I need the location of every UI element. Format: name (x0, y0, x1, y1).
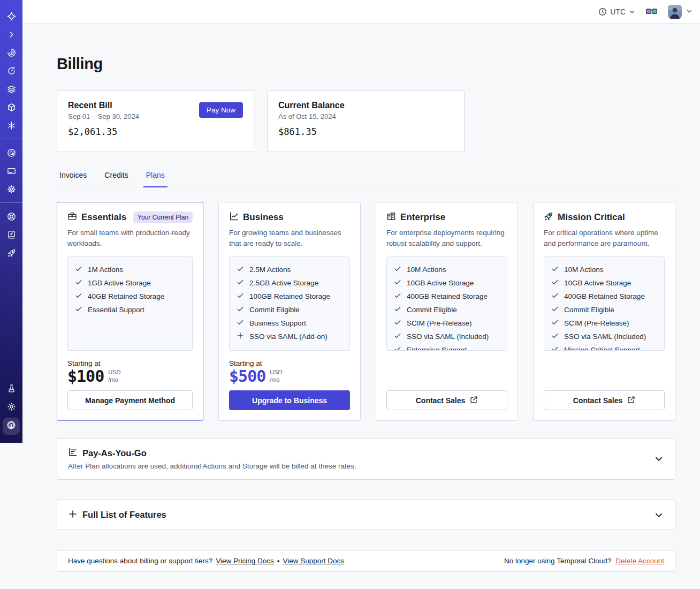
timezone-selector[interactable]: UTC (598, 7, 635, 16)
plan-feature: 40GB Retained Storage (75, 292, 185, 301)
check-icon (551, 265, 559, 274)
view-support-docs-link[interactable]: View Support Docs (283, 557, 344, 565)
price-label: Starting at (67, 359, 193, 367)
plan-card-mission-critical: Mission CriticalFor critical operations … (533, 202, 675, 421)
plan-feature: Commit Eligible (394, 305, 500, 314)
billing-page: Billing Recent BillSep 01 – Sep 30, 2024… (22, 24, 700, 572)
plan-feature: 10GB Active Storage (394, 278, 500, 288)
plan-feature-text: Essential Support (88, 306, 144, 314)
plan-price: Starting at$100USD/mo (67, 359, 193, 385)
dot-separator: • (277, 557, 280, 565)
plus-icon (68, 509, 78, 521)
sidebar-item-flask[interactable] (0, 379, 22, 397)
plan-feature-text: SSO via SAML (Included) (564, 333, 646, 341)
plan-feature-text: Commit Eligible (564, 306, 614, 314)
sidebar-item-usage[interactable] (0, 144, 22, 162)
sidebar-item-schedules[interactable] (0, 62, 22, 80)
plan-feature-box: 2.5M Actions2.5GB Active Storage100GB Re… (229, 256, 350, 351)
temporal-logo-icon (7, 12, 16, 21)
summary-card: Recent BillSep 01 – Sep 30, 2024$2,061.3… (57, 90, 254, 152)
bars-icon (68, 447, 78, 459)
price-label: Starting at (229, 359, 350, 367)
mission-critical-action-button[interactable]: Contact Sales (544, 390, 665, 410)
price-currency: USD (270, 369, 282, 375)
sidebar-item-support[interactable] (0, 207, 22, 225)
plan-feature: 10GB Active Storage (551, 278, 657, 288)
plus-icon (237, 332, 244, 341)
check-icon (551, 332, 559, 341)
timezone-label: UTC (610, 7, 626, 16)
sidebar-item-chevron-right[interactable] (0, 25, 22, 43)
tab-credits[interactable]: Credits (102, 171, 131, 187)
plan-card-business: BusinessFor growing teams and businesses… (218, 202, 361, 421)
plan-name: Mission Critical (558, 212, 625, 223)
plan-feature: 100GB Retained Storage (237, 292, 343, 301)
sidebar-item-nexus[interactable] (0, 116, 22, 134)
business-action-button[interactable]: Upgrade to Business (229, 390, 350, 410)
plan-feature-box: 10M Actions10GB Active Storage400GB Reta… (386, 256, 507, 351)
labs-glasses-icon[interactable] (646, 8, 657, 16)
pay-now-button[interactable]: Pay Now (199, 102, 243, 118)
chevron-down-icon (629, 9, 635, 15)
sidebar-item-namespaces[interactable] (0, 43, 22, 62)
check-icon (394, 332, 401, 341)
sidebar-item-rocket[interactable] (0, 244, 22, 262)
summary-card: Current BalanceAs of Oct 15, 2024$861.35 (267, 90, 465, 152)
sidebar-item-temporal-logo[interactable] (0, 7, 22, 25)
delete-account-link[interactable]: Delete Account (615, 557, 664, 565)
plan-feature-text: 10GB Active Storage (564, 279, 631, 287)
sidebar-item-billing-active[interactable]: $ (3, 418, 20, 435)
sidebar-item-stack[interactable] (0, 80, 22, 98)
plan-feature-text: 2.5GB Active Storage (249, 279, 318, 287)
essentials-action-button[interactable]: Manage Payment Method (67, 390, 193, 410)
chevron-right-icon (7, 30, 16, 39)
plan-description: For growing teams and businesses that ar… (229, 228, 350, 249)
sidebar-item-settings[interactable] (0, 180, 22, 198)
user-menu[interactable] (668, 5, 693, 19)
tab-invoices[interactable]: Invoices (57, 171, 89, 187)
check-icon (237, 265, 244, 274)
plan-feature: Business Support (237, 319, 343, 328)
plan-card-essentials: EssentialsYour Current PlanFor small tea… (57, 202, 203, 421)
plan-feature-text: 10GB Active Storage (407, 279, 474, 287)
check-icon (551, 305, 559, 314)
expand-chevron-icon[interactable] (654, 510, 664, 520)
summary-card-title: Current Balance (278, 101, 453, 110)
expand-chevron-icon[interactable] (654, 454, 664, 464)
plan-feature-text: 40GB Retained Storage (88, 292, 164, 300)
building-icon (386, 212, 396, 223)
plan-price: Starting at$500USD/mo (229, 359, 350, 385)
sidebar-item-theme[interactable] (0, 397, 22, 416)
check-icon (551, 319, 559, 328)
plan-feature-box: 1M Actions1GB Active Storage40GB Retaine… (67, 256, 193, 351)
plan-feature-text: Mission Critical Support (564, 346, 640, 351)
plan-feature-text: Commit Eligible (407, 306, 457, 314)
summary-card-amount: $861.35 (278, 126, 453, 137)
settings-icon (7, 185, 16, 194)
full-feature-list-section[interactable]: Full List of Features (57, 500, 675, 530)
plan-feature-text: Enterprise Support (407, 346, 467, 351)
usage-icon (7, 148, 16, 157)
stack-icon (7, 85, 16, 94)
plan-feature: 1GB Active Storage (75, 278, 185, 288)
footer-right-text: No longer using Temporal Cloud? (504, 557, 611, 565)
plan-feature: 2.5M Actions (237, 265, 343, 274)
schedules-icon (7, 66, 16, 75)
check-icon (551, 345, 559, 351)
sidebar-item-docs[interactable] (0, 225, 22, 244)
plan-feature: SCIM (Pre-Release) (551, 319, 657, 328)
svg-text:$: $ (10, 423, 13, 428)
sidebar-item-billing-card[interactable] (0, 162, 22, 180)
sidebar-item-deployments[interactable] (0, 98, 22, 116)
plan-feature: Mission Critical Support (551, 345, 657, 351)
pay-as-you-go-section[interactable]: Pay-As-You-Go After Plan allocations are… (57, 438, 675, 480)
enterprise-action-button[interactable]: Contact Sales (386, 390, 507, 410)
plan-feature-text: 400GB Retained Storage (407, 292, 488, 300)
flask-icon (7, 384, 16, 393)
tab-plans[interactable]: Plans (143, 171, 168, 187)
paygo-description: After Plan allocations are used, additio… (68, 462, 664, 470)
plan-feature: 400GB Retained Storage (551, 292, 657, 301)
view-pricing-docs-link[interactable]: View Pricing Docs (216, 557, 274, 565)
billing-summary-row: Recent BillSep 01 – Sep 30, 2024$2,061.3… (57, 90, 675, 152)
check-icon (551, 278, 559, 288)
